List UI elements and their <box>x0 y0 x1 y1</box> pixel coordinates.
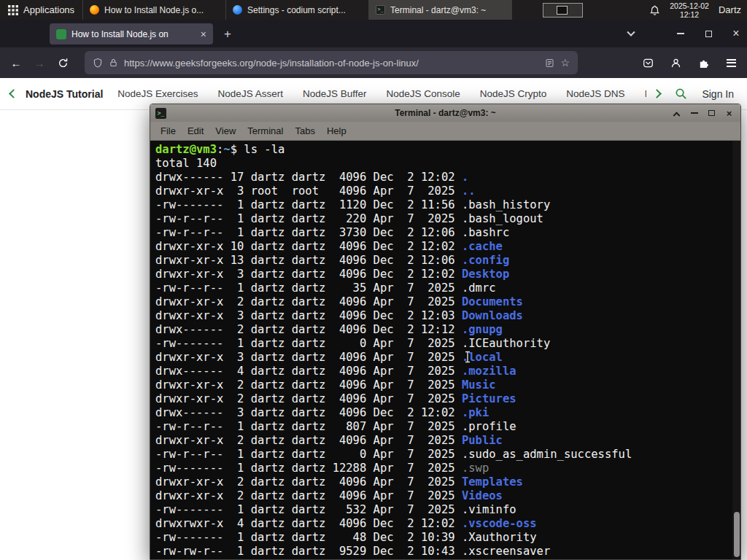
menu-tabs[interactable]: Tabs <box>289 123 320 139</box>
https-lock-icon[interactable] <box>109 58 118 68</box>
terminal-scrollbar[interactable] <box>732 141 740 559</box>
reload-button[interactable] <box>51 52 74 74</box>
extensions-puzzle-icon[interactable] <box>692 52 715 74</box>
notifications-bell-icon[interactable] <box>649 4 660 16</box>
clock-date: 2025-12-02 <box>670 1 709 10</box>
back-button[interactable]: ← <box>4 52 28 74</box>
workspace-window-thumbnail <box>557 6 568 15</box>
site-nav-items: NodeJS ExercisesNodeJS AssertNodeJS Buff… <box>117 88 646 99</box>
terminal-app-icon: >_ <box>155 108 166 119</box>
terminal-line: -rw-r--r-- 1 dartz dartz 35 Apr 7 2025 .… <box>155 281 730 295</box>
terminal-minimize-button[interactable] <box>689 108 700 119</box>
terminal-line: total 140 <box>155 157 730 171</box>
terminal-output: dartz@vm3:~$ ls -latotal 140drwx------ 1… <box>150 141 740 559</box>
tab-title: How to Install Node.js on <box>71 29 196 39</box>
search-icon[interactable] <box>675 88 687 100</box>
applications-menu-button[interactable]: Applications <box>0 0 82 20</box>
list-all-tabs-chevron-icon[interactable] <box>622 26 640 42</box>
panel-status-area: 2025-12-02 12:12 Dartz <box>649 0 747 20</box>
terminal-line: drwxr-xr-x 13 dartz dartz 4096 Dec 2 12:… <box>155 254 730 268</box>
taskbar-button-label: Terminal - dartz@vm3: ~ <box>390 5 486 15</box>
site-nav-item[interactable]: NodeJS Console <box>386 88 460 99</box>
terminal-line: drwxr-xr-x 3 root root 4096 Apr 7 2025 .… <box>155 184 730 198</box>
site-nav-title[interactable]: NodeJS Tutorial <box>26 88 103 100</box>
user-menu[interactable]: Dartz <box>719 4 741 15</box>
taskbar-button[interactable]: Settings - codium script... <box>226 0 369 20</box>
url-text[interactable]: https://www.geeksforgeeks.org/node-js/in… <box>124 58 539 69</box>
menu-hamburger-icon[interactable] <box>719 52 743 74</box>
terminal-line: -rw-r--r-- 1 dartz dartz 807 Apr 7 2025 … <box>155 420 730 434</box>
terminal-close-button[interactable]: × <box>724 108 735 119</box>
terminal-window-buttons: × <box>671 108 735 119</box>
browser-minimize-button[interactable] <box>670 24 692 43</box>
codium-icon <box>233 5 242 15</box>
site-nav-item[interactable]: NodeJS Crypto <box>480 88 547 99</box>
site-nav-item[interactable]: Node <box>645 88 647 99</box>
site-nav-item[interactable]: NodeJS Buffer <box>303 88 367 99</box>
workspace-switcher[interactable] <box>543 3 583 18</box>
terminal-title: Terminal - dartz@vm3: ~ <box>150 108 740 118</box>
sign-in-link[interactable]: Sign In <box>702 88 734 100</box>
terminal-line: -rw------- 1 dartz dartz 532 Apr 7 2025 … <box>155 503 730 517</box>
terminal-shade-button[interactable] <box>671 108 682 119</box>
tab-close-icon[interactable]: × <box>201 29 206 39</box>
menu-edit[interactable]: Edit <box>182 123 209 139</box>
terminal-line: drwxr-xr-x 2 dartz dartz 4096 Apr 7 2025… <box>155 295 730 309</box>
terminal-line: -rw-rw-r-- 1 dartz dartz 9529 Dec 2 10:4… <box>155 545 730 559</box>
page-favicon-icon <box>56 29 66 39</box>
terminal-line: -rw------- 1 dartz dartz 12288 Apr 7 202… <box>155 462 730 475</box>
terminal-window: >_ Terminal - dartz@vm3: ~ × FileEditVie… <box>150 104 741 560</box>
browser-maximize-button[interactable] <box>697 24 719 43</box>
terminal-line: drwx------ 4 dartz dartz 4096 Apr 7 2025… <box>155 365 730 378</box>
site-nav-item[interactable]: NodeJS Exercises <box>117 88 198 99</box>
terminal-line: drwxr-xr-x 2 dartz dartz 4096 Apr 7 2025… <box>155 489 730 503</box>
terminal-line: drwxr-xr-x 3 dartz dartz 4096 Dec 2 12:0… <box>155 309 730 323</box>
system-panel: Applications How to Install Node.js o...… <box>0 0 747 20</box>
nav-scroll-left-icon[interactable] <box>9 89 18 98</box>
taskbar-button-label: Settings - codium script... <box>247 5 346 15</box>
terminal-menubar: FileEditViewTerminalTabsHelp <box>150 122 740 141</box>
new-tab-button[interactable]: + <box>219 26 236 43</box>
scrollbar-thumb[interactable] <box>734 512 740 557</box>
bookmark-star-icon[interactable]: ☆ <box>560 57 570 69</box>
terminal-line: -rw-r--r-- 1 dartz dartz 0 Apr 7 2025 .s… <box>155 448 730 462</box>
forward-button[interactable]: → <box>28 52 51 74</box>
terminal-body[interactable]: dartz@vm3:~$ ls -latotal 140drwx------ 1… <box>150 141 740 559</box>
terminal-line: drwxr-xr-x 3 dartz dartz 4096 Dec 2 12:0… <box>155 268 730 281</box>
firefox-tab-bar: How to Install Node.js on × + × <box>0 20 747 47</box>
firefox-icon <box>90 5 99 15</box>
terminal-line: drwxr-xr-x 3 dartz dartz 4096 Apr 7 2025… <box>155 351 730 365</box>
menu-help[interactable]: Help <box>321 123 352 139</box>
terminal-line: -rw------- 1 dartz dartz 48 Dec 2 10:39 … <box>155 531 730 545</box>
terminal-maximize-button[interactable] <box>706 108 717 119</box>
terminal-line: drwx------ 2 dartz dartz 4096 Dec 2 12:1… <box>155 323 730 337</box>
applications-label: Applications <box>23 4 74 15</box>
taskbar-button[interactable]: >_Terminal - dartz@vm3: ~ <box>369 0 512 20</box>
taskbar-button[interactable]: How to Install Node.js o... <box>83 0 226 20</box>
site-nav-item[interactable]: NodeJS Assert <box>218 88 283 99</box>
terminal-line: -rw------- 1 dartz dartz 0 Apr 7 2025 .I… <box>155 337 730 351</box>
site-nav-item[interactable]: NodeJS DNS <box>566 88 624 99</box>
firefox-toolbar: ← → https://www.geeksforgeeks.org/node-j… <box>0 47 747 78</box>
terminal-titlebar[interactable]: >_ Terminal - dartz@vm3: ~ × <box>150 104 740 122</box>
taskbar: How to Install Node.js o...Settings - co… <box>82 0 512 20</box>
account-icon[interactable] <box>664 52 687 74</box>
mouse-ibeam-cursor <box>464 351 471 366</box>
clock[interactable]: 2025-12-02 12:12 <box>670 1 709 19</box>
terminal-line: drwxr-xr-x 10 dartz dartz 4096 Dec 2 12:… <box>155 240 730 254</box>
pocket-icon[interactable] <box>636 52 659 74</box>
reader-mode-icon[interactable] <box>545 58 554 68</box>
menu-terminal[interactable]: Terminal <box>241 123 289 139</box>
browser-tab[interactable]: How to Install Node.js on × <box>50 23 213 44</box>
tracking-protection-shield-icon[interactable] <box>93 58 103 69</box>
clock-time: 12:12 <box>670 10 709 19</box>
terminal-icon: >_ <box>376 5 385 15</box>
menu-view[interactable]: View <box>209 123 241 139</box>
taskbar-button-label: How to Install Node.js o... <box>104 5 204 15</box>
terminal-line: drwx------ 17 dartz dartz 4096 Dec 2 12:… <box>155 171 730 184</box>
nav-scroll-right-icon[interactable] <box>653 89 662 98</box>
menu-file[interactable]: File <box>155 123 182 139</box>
desktop: Applications How to Install Node.js o...… <box>0 0 747 560</box>
browser-close-button[interactable]: × <box>725 24 747 43</box>
url-bar[interactable]: https://www.geeksforgeeks.org/node-js/in… <box>85 51 578 74</box>
